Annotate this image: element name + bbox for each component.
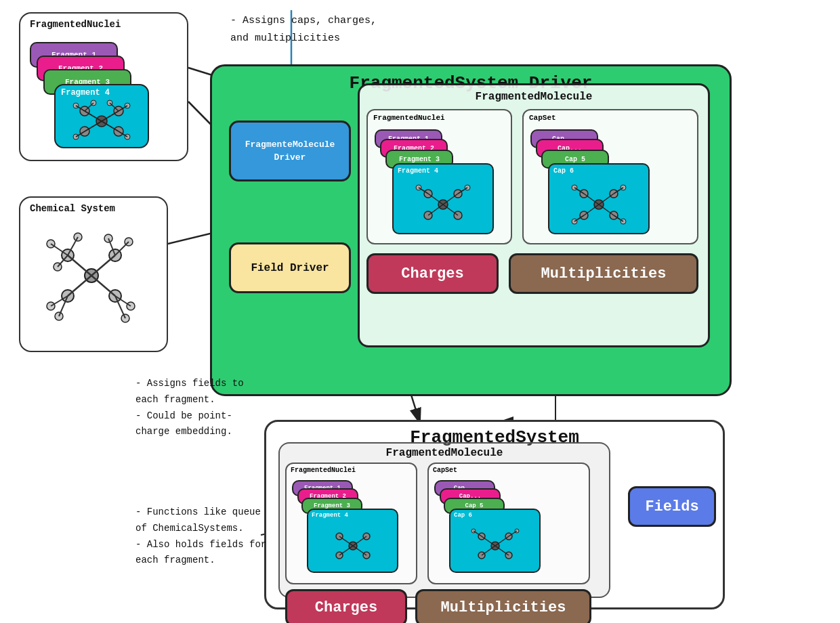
svg-line-96 [339,546,353,555]
svg-line-80 [599,205,614,215]
field-driver-label: Field Driver [251,262,329,274]
bot-cap4: Cap 6 [449,509,541,573]
svg-line-78 [599,194,614,205]
svg-line-104 [495,536,509,546]
multiplicities-box-bottom: Multiplicities [415,589,591,623]
charges-label-bottom: Charges [315,599,377,616]
fragmented-nuclei-box: FragmentedNuclei Fragment 1 Fragment 2 F… [19,12,188,161]
svg-line-39 [68,276,91,296]
fragmente-molecule-driver-label: FragmenteMoleculeDriver [245,138,335,165]
charges-box-top: Charges [366,253,499,294]
svg-line-95 [353,536,366,546]
charges-box-bottom: Charges [285,589,407,623]
svg-line-67 [443,205,458,215]
inner-nuclei-box: FragmentedNuclei Fragment 1 Fragment 2 F… [366,109,512,244]
bottom-capset-box: CapSet Cap... Cap... Cap 5 Cap 6 [427,463,590,584]
svg-line-105 [482,546,495,555]
fragmented-nuclei-title: FragmentedNuclei [30,19,121,30]
bottom-nuclei-box: FragmentedNuclei Fragment 1 Fragment 2 F… [285,463,417,584]
bottom-capset-label: CapSet [433,467,457,474]
chemical-system-title: Chemical System [30,203,115,214]
svg-line-64 [428,194,443,205]
fragmented-molecule-bottom-box: FragmentedMolecule FragmentedNuclei Frag… [278,442,610,598]
svg-line-94 [339,536,353,546]
svg-line-97 [353,546,366,555]
svg-line-79 [584,205,599,215]
bottom-nuclei-label: FragmentedNuclei [291,467,356,474]
bot-frag4: Fragment 4 [307,509,398,573]
top-note: - Assigns caps, charges, and multiplicit… [230,12,377,47]
fragmented-molecule-inner-title: FragmentedMolecule [476,91,593,103]
multiplicities-label-top: Multiplicities [541,265,667,282]
svg-line-106 [495,546,509,555]
svg-line-77 [584,194,599,205]
fragmented-system-box: FragmentedSystem FragmentedMolecule Frag… [264,420,725,609]
inner-capset-label: CapSet [529,114,556,122]
fragmente-molecule-driver-box: FragmenteMoleculeDriver [229,121,351,181]
svg-line-38 [91,255,115,276]
cap4: Cap 6 [548,163,650,234]
fragmented-system-driver-box: FragmentedSystem Driver FragmenteMolecul… [210,64,732,396]
charges-label-top: Charges [401,265,463,282]
multiplicities-label-bottom: Multiplicities [441,599,566,616]
chemical-system-box: Chemical System [19,196,168,352]
svg-line-103 [482,536,495,546]
fragmented-molecule-inner-box: FragmentedMolecule FragmentedNuclei Frag… [358,83,710,347]
middle-note: - Assigns fields to each fragment.- Coul… [135,376,244,440]
field-driver-box: Field Driver [229,242,351,293]
svg-line-37 [68,255,91,276]
inner-capset-box: CapSet Cap... Cap... Cap 5 Cap 6 [522,109,698,244]
inner-frag4: Fragment 4 [392,163,494,234]
fields-box: Fields [628,486,716,527]
svg-line-66 [428,205,443,215]
bottom-note: - Functions like queue of ChemicalSystem… [135,504,266,569]
inner-nuclei-label: FragmentedNuclei [373,114,445,122]
fields-label: Fields [645,498,698,515]
svg-line-65 [443,194,458,205]
svg-line-48 [115,242,129,255]
svg-line-40 [91,276,115,296]
fm-bottom-title: FragmentedMolecule [386,447,503,459]
fragment-4-card: Fragment 4 [54,84,149,148]
multiplicities-box-top: Multiplicities [509,253,698,294]
